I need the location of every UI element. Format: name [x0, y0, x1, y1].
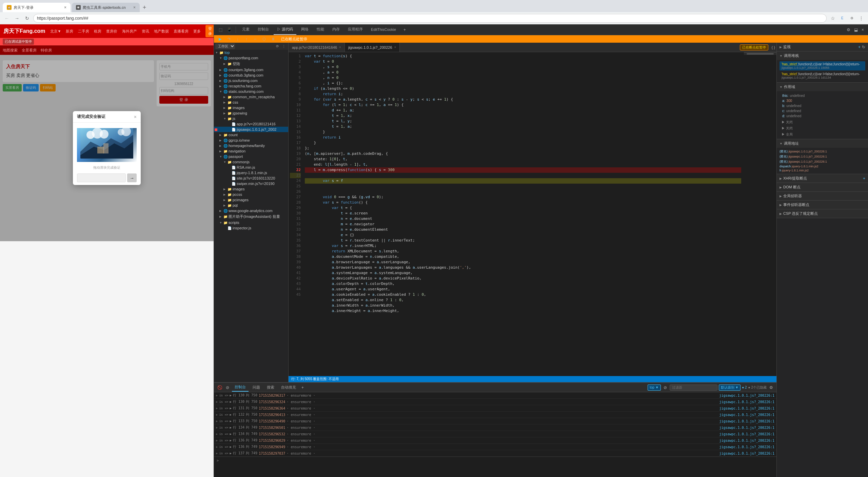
log-row-0[interactable]: ▶ is => ▶ 行 130 列 750 1715158296317 · en… — [214, 392, 776, 399]
tree-item-images1[interactable]: ▶ 📁 images — [214, 105, 288, 110]
tree-item-imageassistant[interactable]: ▶ 📁 图片助手(ImageAssistant) 批量 — [214, 213, 288, 220]
tree-item-staticsoufun[interactable]: ▼ 🌐 static.soufunimg.com — [214, 89, 288, 94]
tree-item-homepage[interactable]: ▶ 🌐 homepage/new/family — [214, 143, 288, 148]
panel-tab-network[interactable]: 网络 — [298, 25, 312, 35]
panel-tab-sources[interactable]: ▷ 源代码 — [274, 25, 296, 35]
captcha-submit-button[interactable]: → — [127, 173, 137, 182]
panel-tab-application[interactable]: 应用程序 — [344, 25, 366, 35]
autofill-tab[interactable]: 自动填充 — [278, 383, 299, 391]
scope-close-2[interactable]: ▶ 关闭 — [780, 125, 865, 131]
issues-tab[interactable]: 问题 — [250, 383, 263, 391]
tree-item-denglu[interactable]: ▶ 📁 登陆 — [214, 61, 288, 67]
log-row-4[interactable]: ▶ is => ▶ 行 133 列 750 1715158296490 · en… — [214, 418, 776, 424]
xhr-breakpoints-header[interactable]: ▶ XHR/提取断点 + — [777, 174, 868, 183]
step-button[interactable]: ↔ — [252, 36, 259, 42]
panel-tab-memory[interactable]: 内存 — [329, 25, 343, 35]
call-stack-header[interactable]: ▼ 调用堆栈 — [777, 51, 868, 60]
panel-tab-editcookie[interactable]: EditThisCookie — [368, 25, 399, 35]
log-row-7[interactable]: ▶ is => ▶ 行 136 列 749 1715158296029 · en… — [214, 437, 776, 444]
watch-refresh-icon[interactable]: ↻ — [862, 45, 865, 49]
tree-item-jquery[interactable]: 📄 jquery-1.8.1.min.js — [214, 170, 288, 175]
console-input[interactable] — [221, 458, 774, 463]
login-button[interactable]: 登录 — [205, 25, 214, 37]
code-tab-jigsawpc-close[interactable]: × — [394, 45, 396, 49]
call-stack-item-2[interactable]: 'has_strict',function(t,c){var l=false,f… — [780, 71, 865, 80]
tree-item-pccss[interactable]: ▶ 📁 pccss — [214, 192, 288, 197]
address-bar[interactable]: https://passport.fang.com/## — [33, 14, 827, 23]
devtools-settings-icon[interactable]: ⚙ — [845, 27, 852, 33]
console-filter-input[interactable] — [670, 385, 717, 391]
log-row-3[interactable]: ▶ is => ▶ 行 132 列 750 1715158296413 · en… — [214, 412, 776, 418]
nav-overseas[interactable]: 海外房产 — [120, 27, 139, 35]
nav-live[interactable]: 直播看房 — [172, 27, 191, 35]
watch-header[interactable]: ▶ 监视 + ↻ — [777, 43, 868, 51]
format-icon[interactable]: { } — [770, 45, 776, 50]
xhr-add-icon[interactable]: + — [863, 176, 865, 181]
log-row-5[interactable]: ▶ is => ▶ 行 134 列 749 1715158296501 · en… — [214, 424, 776, 431]
pause-on-exception[interactable]: ⏸ — [270, 36, 276, 42]
tab-1-close[interactable]: × — [64, 5, 66, 10]
tree-menu-icon[interactable]: ⋮ — [281, 44, 287, 49]
scope-header[interactable]: ▼ 作用域 — [777, 83, 868, 91]
subnav-map[interactable]: 地图搜索 — [3, 48, 18, 53]
nav-more[interactable]: 更多 — [191, 27, 203, 35]
tree-item-jgsewing[interactable]: ▶ 📁 jgsewing — [214, 110, 288, 116]
tree-item-pqt[interactable]: ▶ 📁 pqt — [214, 203, 288, 208]
log-row-9[interactable]: ▶ is => ▶ 行 137 列 749 1715158297037 · en… — [214, 450, 776, 457]
filter-top-button[interactable]: top ▼ — [648, 385, 661, 391]
tree-item-appjs[interactable]: 📄 app.js?v=20180121416 — [214, 121, 288, 127]
devtools-close-icon[interactable]: × — [860, 27, 865, 33]
tree-item-passport[interactable]: ▼ 🌐 passport — [214, 154, 288, 159]
extension-2-icon[interactable]: ⚙ — [848, 14, 856, 22]
tree-item-sitejs[interactable]: 📄 site.js?v=20160113220 — [214, 175, 288, 181]
forward-button[interactable]: → — [13, 14, 21, 22]
log-row-8[interactable]: ▶ is => ▶ 行 136 列 749 1715158296949 · en… — [214, 444, 776, 450]
code-tab-appjs[interactable]: app.js?v=20180121641646 × — [289, 43, 345, 52]
dom-breakpoints-header[interactable]: ▶ DOM 断点 — [777, 183, 868, 191]
tree-item-scripts[interactable]: ▼ 📁 scripts — [214, 220, 288, 225]
nav-news[interactable]: 资讯 — [140, 27, 151, 35]
extension-1-icon[interactable]: E — [838, 14, 846, 22]
tree-item-swiper[interactable]: 📄 swiper.min.js?v=20190 — [214, 181, 288, 186]
csp-breakpoints-header[interactable]: ▶ CSP 违反了规定断点 — [777, 209, 868, 218]
subnav-vr[interactable]: 全景看房 — [22, 48, 37, 53]
deactivate-breakpoints[interactable]: ⬡ — [261, 36, 268, 42]
step-out-button[interactable]: ↑ — [243, 36, 250, 42]
refresh-button[interactable]: ↻ — [23, 14, 31, 22]
tree-item-images2[interactable]: ▶ 📁 images — [214, 186, 288, 192]
tree-item-inspector[interactable]: 📄 inspector.js — [214, 225, 288, 231]
menu-icon[interactable]: ⋮ — [857, 14, 865, 22]
panel-tab-elements[interactable]: 元素 — [239, 25, 253, 35]
call-address-header[interactable]: ▼ 调用地址 — [777, 139, 868, 148]
panel-tab-performance[interactable]: 性能 — [313, 25, 328, 35]
tree-item-passportfang[interactable]: ▼ 🌐 passportfang.com — [214, 55, 288, 61]
tree-sync-icon[interactable]: ⟳ — [275, 44, 280, 49]
event-breakpoints-header[interactable]: ▶ 事件侦听器断点 — [777, 201, 868, 209]
step-into-button[interactable]: ↓ — [234, 36, 241, 42]
device-icon[interactable]: 📱 — [225, 26, 233, 34]
scope-close-1[interactable]: ▶ 关闭 — [780, 119, 865, 125]
log-level-button[interactable]: 默认级别 ▼ — [719, 385, 741, 391]
panel-plus-icon[interactable]: + — [401, 26, 409, 34]
resume-button[interactable]: ▶ — [217, 36, 223, 42]
devtools-dock-icon[interactable]: ⬓ — [853, 27, 859, 33]
console-settings-icon[interactable]: ⚙ — [768, 385, 774, 391]
tree-item-rsa[interactable]: 📄 RSA.min.js — [214, 165, 288, 170]
tree-item-top[interactable]: ▼ 📁 top — [214, 50, 288, 55]
tree-item-jssoufunimg[interactable]: ▶ 🌐 js.soufunimg.com — [214, 78, 288, 83]
inspect-icon[interactable]: ⬚ — [217, 26, 224, 34]
tree-item-pcimages[interactable]: ▶ 📁 pcimages — [214, 197, 288, 203]
captcha-close-button[interactable]: × — [134, 114, 137, 120]
tree-item-ggrcp[interactable]: ▶ 🌐 ggrcp.io/new — [214, 138, 288, 143]
nav-beijing[interactable]: 北京▼ — [48, 27, 63, 35]
star-icon[interactable]: ☆ — [829, 14, 837, 22]
tab-2-close[interactable]: × — [133, 5, 136, 10]
captcha-input[interactable] — [77, 173, 126, 182]
tree-item-css[interactable]: ▶ 📁 css — [214, 100, 288, 105]
code-editor[interactable]: 12345 678910 1112131415 1617181920 21222… — [289, 52, 776, 376]
call-stack-item-1[interactable]: 'has_strict',function(t,c){var l=false,f… — [780, 61, 865, 70]
tab-2[interactable]: 🕷 爬虫工具库-spidertools.cn × — [72, 3, 140, 12]
console-clear-icon[interactable]: 🚫 — [216, 385, 224, 391]
log-row-6[interactable]: ▶ is => ▶ 行 134 列 749 1715158296532 · en… — [214, 431, 776, 437]
filter-context-icon[interactable]: ⊘ — [662, 385, 668, 391]
